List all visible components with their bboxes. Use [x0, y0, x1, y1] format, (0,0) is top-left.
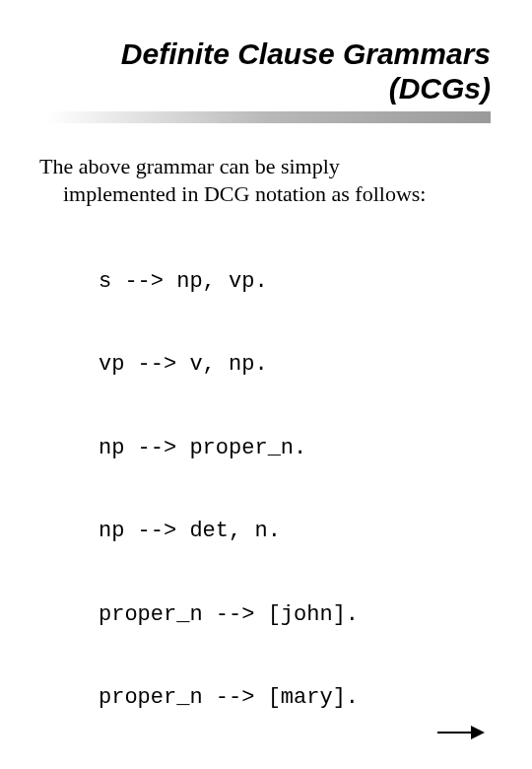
- code-line: s --> np, vp.: [99, 268, 493, 296]
- code-line: proper_n --> [mary].: [99, 684, 493, 712]
- code-line: np --> det, n.: [99, 518, 493, 545]
- title-line-2: (DCGs): [69, 72, 491, 106]
- intro-line-1: The above grammar can be simply: [39, 153, 493, 180]
- next-arrow-icon[interactable]: [437, 726, 485, 739]
- title-line-1: Definite Clause Grammars: [69, 37, 491, 72]
- arrow-head: [471, 726, 485, 739]
- intro-line-2: implemented in DCG notation as follows:: [39, 180, 493, 208]
- slide-title: Definite Clause Grammars (DCGs): [0, 0, 532, 105]
- code-line: vp --> v, np.: [99, 351, 493, 379]
- code-block: s --> np, vp. vp --> v, np. np --> prope…: [99, 212, 493, 769]
- code-line: proper_n --> [john].: [99, 601, 493, 629]
- title-underline: [47, 111, 491, 123]
- arrow-shaft: [437, 732, 473, 734]
- body-content: The above grammar can be simply implemen…: [39, 153, 493, 769]
- code-line: np --> proper_n.: [99, 435, 493, 462]
